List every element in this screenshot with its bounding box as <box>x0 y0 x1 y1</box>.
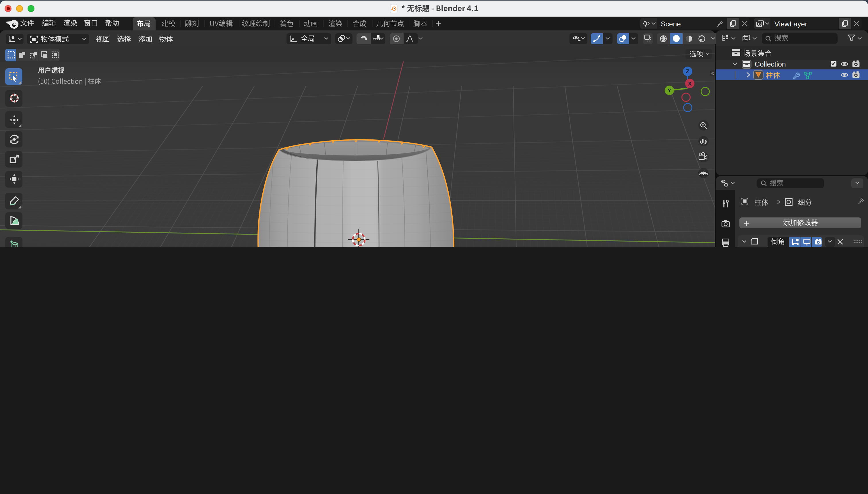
svg-text:Z: Z <box>686 68 689 74</box>
svg-text:Y: Y <box>668 88 671 94</box>
svg-text:X: X <box>688 81 692 87</box>
